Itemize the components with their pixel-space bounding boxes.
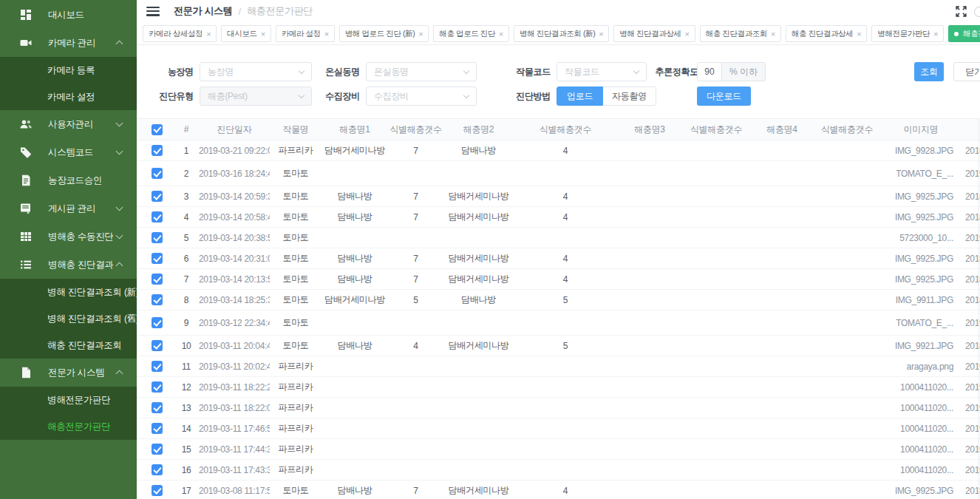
tab[interactable]: 대시보드× bbox=[221, 25, 270, 42]
tab-close-icon[interactable]: × bbox=[206, 30, 211, 38]
sidebar-subitem[interactable]: 해충 진단결과조회 bbox=[0, 332, 137, 359]
tab-close-icon[interactable]: × bbox=[499, 30, 503, 38]
table-row[interactable]: 122019-03-11 18:22:20파프리카1000411020...20… bbox=[137, 377, 980, 398]
table-row[interactable]: 102019-03-11 20:04:40토마토담배나방4담배거세미나방5IMG… bbox=[137, 336, 980, 356]
row-checkbox[interactable] bbox=[152, 168, 163, 179]
greenhouse-select-placeholder: 온실동명 bbox=[374, 67, 409, 77]
table-row[interactable]: 92019-03-12 22:34:44토마토TOMATO_E_...2019 bbox=[137, 310, 980, 336]
method-auto-button[interactable]: 자동촬영 bbox=[603, 86, 656, 106]
sidebar-subitem[interactable]: 병해 진단결과조회 (舊) bbox=[0, 305, 137, 332]
cell-date: 2019-03-11 18:22:03 bbox=[199, 403, 270, 413]
table-row[interactable]: 52019-03-14 20:38:56토마토5723000_10...2019 bbox=[137, 228, 980, 248]
row-checkbox[interactable] bbox=[152, 274, 163, 285]
table-row[interactable]: 72019-03-14 20:13:53토마토담배나방7담배거세미나방4IMG_… bbox=[137, 269, 980, 290]
select-all-checkbox[interactable] bbox=[152, 124, 163, 135]
tab[interactable]: 해충 진단결과상세× bbox=[786, 25, 867, 42]
cell-crop: 파프리카 bbox=[270, 422, 321, 435]
cell-date: 2019-03-14 20:58:46 bbox=[199, 212, 270, 223]
close-button[interactable]: 닫기 bbox=[953, 62, 980, 81]
table-row[interactable]: 152019-03-11 17:44:33파프리카1000411020...20… bbox=[137, 439, 980, 460]
table-row[interactable]: 112019-03-11 20:02:41파프리카aragaya.png2019 bbox=[137, 356, 980, 377]
row-checkbox[interactable] bbox=[152, 423, 163, 434]
tab-close-icon[interactable]: × bbox=[685, 30, 690, 38]
sidebar-subitem-active[interactable]: 해충전문가판단 bbox=[0, 413, 137, 440]
tab-close-icon[interactable]: × bbox=[771, 30, 775, 38]
table-row[interactable]: 42019-03-14 20:58:46토마토담배나방7담배거세미나방4IMG_… bbox=[137, 207, 980, 228]
row-checkbox[interactable] bbox=[152, 381, 163, 393]
tab[interactable]: 병해전문가판단× bbox=[871, 25, 944, 42]
table-row[interactable]: 82019-03-14 18:25:32토마토담배거세미나방5담배나방5IMG_… bbox=[137, 290, 980, 310]
breadcrumb-root[interactable]: 전문가 시스템 bbox=[174, 4, 233, 18]
cell-c2: 5 bbox=[514, 295, 617, 305]
sidebar-item[interactable]: 시스템코드 bbox=[0, 138, 137, 166]
greenhouse-label: 온실동명 bbox=[285, 62, 360, 81]
row-checkbox[interactable] bbox=[152, 464, 163, 475]
column-header: 식별해충갯수 bbox=[814, 123, 880, 136]
table-row[interactable]: 62019-03-14 20:31:03토마토담배나방7담배거세미나방4IMG_… bbox=[137, 248, 980, 269]
hamburger-menu-icon[interactable] bbox=[146, 7, 160, 16]
search-button[interactable]: 조회 bbox=[914, 62, 944, 81]
tab[interactable]: 해충 업로드 진단× bbox=[433, 25, 509, 42]
sidebar-item[interactable]: 병해충 진단결과 bbox=[0, 251, 137, 279]
sidebar-item[interactable]: 병해충 수동진단 bbox=[0, 223, 137, 251]
tab-close-icon[interactable]: × bbox=[324, 30, 329, 38]
row-checkbox[interactable] bbox=[152, 317, 163, 328]
sidebar-item[interactable]: 농장코드승인 bbox=[0, 166, 137, 194]
cell-date: 2019-03-12 22:34:44 bbox=[199, 318, 270, 328]
diagnosis-type-label: 진단유형 bbox=[137, 86, 194, 106]
sidebar-item[interactable]: 사용자관리 bbox=[0, 110, 137, 138]
device-select[interactable]: 수집장비 bbox=[366, 86, 477, 106]
tab-close-icon[interactable]: × bbox=[857, 30, 861, 38]
table-row[interactable]: 32019-03-14 20:59:38토마토담배나방7담배거세미나방4IMG_… bbox=[137, 186, 980, 207]
tab[interactable]: 병해 업로드 진단 (新)× bbox=[339, 25, 429, 42]
row-checkbox[interactable] bbox=[152, 340, 163, 351]
row-checkbox[interactable] bbox=[152, 232, 163, 243]
table-row[interactable]: 172019-03-08 11:17:59토마토담배나방7담배거세미나방4IMG… bbox=[137, 481, 980, 499]
table-row[interactable]: 142019-03-11 17:46:58파프리카1000411020...20… bbox=[137, 418, 980, 439]
row-checkbox[interactable] bbox=[152, 145, 163, 156]
user-avatar-icon[interactable] bbox=[974, 7, 980, 17]
sidebar-subitem[interactable]: 카메라 설정 bbox=[0, 84, 137, 110]
method-upload-button[interactable]: 업로드 bbox=[557, 86, 603, 106]
download-button[interactable]: 다운로드 bbox=[697, 86, 751, 106]
tab[interactable]: 병해 진단결과상세× bbox=[613, 25, 695, 42]
tab-close-icon[interactable]: × bbox=[418, 30, 423, 38]
row-checkbox[interactable] bbox=[152, 444, 163, 455]
sidebar-item[interactable]: 대시보드 bbox=[0, 1, 137, 29]
greenhouse-select[interactable]: 온실동명 bbox=[366, 62, 477, 81]
sidebar-item[interactable]: 카메라 관리 bbox=[0, 29, 137, 57]
table-row[interactable]: 132019-03-11 18:22:03파프리카1000411020...20… bbox=[137, 398, 980, 418]
accuracy-input[interactable] bbox=[697, 62, 722, 81]
table-row[interactable]: 12019-03-21 09:22:00파프리카담배거세미나방7담배나방4IMG… bbox=[137, 140, 980, 161]
camera-icon bbox=[20, 37, 33, 49]
tab-close-icon[interactable]: × bbox=[933, 30, 938, 38]
tab-active[interactable]: 해충전문가판단× bbox=[948, 25, 980, 42]
row-checkbox[interactable] bbox=[152, 191, 163, 202]
sidebar-subitem[interactable]: 카메라 등록 bbox=[0, 57, 137, 84]
row-checkbox[interactable] bbox=[152, 211, 163, 223]
tags-icon bbox=[20, 146, 33, 158]
tab[interactable]: 병해 진단결과조회 (新)× bbox=[514, 25, 609, 42]
accuracy-label: 추론정확도 bbox=[617, 62, 698, 81]
cell-date: 2019-03-16 18:24:43 bbox=[199, 169, 270, 179]
table-row[interactable]: 162019-03-11 17:43:34파프리카1000411020...20… bbox=[137, 460, 980, 481]
row-checkbox[interactable] bbox=[152, 402, 163, 413]
sidebar-item[interactable]: 전문가 시스템 bbox=[0, 359, 137, 387]
cell-img: 1000411020... bbox=[880, 403, 962, 413]
fullscreen-icon[interactable] bbox=[956, 6, 967, 17]
table-row[interactable]: 22019-03-16 18:24:43토마토TOMATO_E_...2019 bbox=[137, 161, 980, 186]
list-icon bbox=[20, 259, 33, 271]
tab[interactable]: 카메라 설정× bbox=[276, 25, 335, 42]
row-checkbox[interactable] bbox=[152, 294, 163, 305]
sidebar-subitem[interactable]: 병해 진단결과조회 (新) bbox=[0, 279, 137, 305]
tab-close-icon[interactable]: × bbox=[261, 30, 265, 38]
top-bar: 전문가 시스템 / 해충전문가판단 bbox=[137, 0, 980, 22]
row-checkbox[interactable] bbox=[152, 485, 163, 496]
sidebar-item[interactable]: 게시판 관리 bbox=[0, 194, 137, 223]
row-checkbox[interactable] bbox=[152, 253, 163, 264]
tab[interactable]: 카메라 상세설정× bbox=[143, 25, 217, 42]
sidebar-subitem[interactable]: 병해전문가판단 bbox=[0, 387, 137, 413]
tab[interactable]: 해충 진단결과조회× bbox=[700, 25, 781, 42]
tab-close-icon[interactable]: × bbox=[599, 30, 603, 38]
row-checkbox[interactable] bbox=[152, 361, 163, 372]
